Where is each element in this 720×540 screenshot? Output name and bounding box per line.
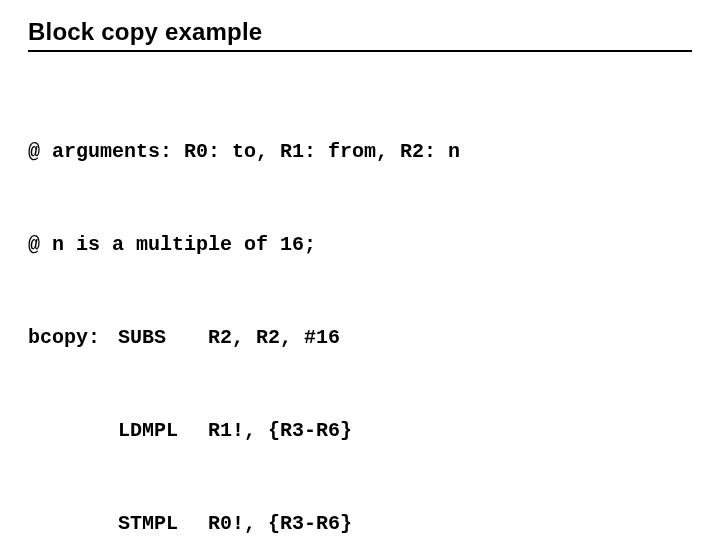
slide: Block copy example @ arguments: R0: to, … bbox=[0, 0, 720, 540]
slide-title: Block copy example bbox=[28, 18, 692, 52]
operands: R2, R2, #16 bbox=[208, 326, 340, 349]
code-label: bcopy: bbox=[28, 322, 118, 353]
operands: R1!, {R3-R6} bbox=[208, 419, 352, 442]
comment-multiple: @ n is a multiple of 16; bbox=[28, 229, 692, 260]
operands: R0!, {R3-R6} bbox=[208, 512, 352, 535]
instr-row: bcopy:SUBSR2, R2, #16 bbox=[28, 322, 692, 353]
instr-row: STMPLR0!, {R3-R6} bbox=[28, 508, 692, 539]
mnemonic: LDMPL bbox=[118, 415, 208, 446]
comment-arguments: @ arguments: R0: to, R1: from, R2: n bbox=[28, 136, 692, 167]
instr-row: LDMPLR1!, {R3-R6} bbox=[28, 415, 692, 446]
mnemonic: STMPL bbox=[118, 508, 208, 539]
code-block: @ arguments: R0: to, R1: from, R2: n @ n… bbox=[28, 74, 692, 540]
mnemonic: SUBS bbox=[118, 322, 208, 353]
